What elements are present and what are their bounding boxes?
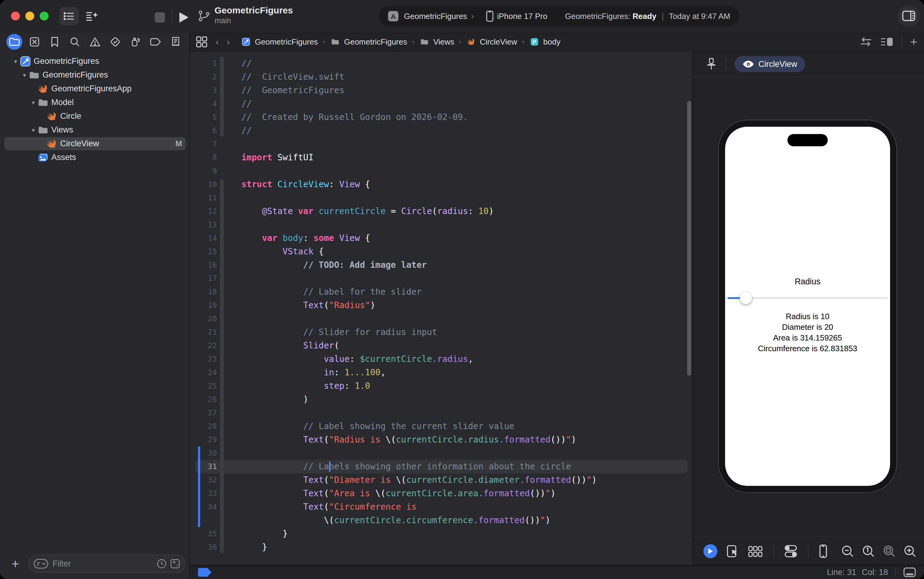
source-control-filter-icon[interactable] xyxy=(170,559,180,569)
code-fold-ribbon[interactable] xyxy=(220,339,224,352)
code-fold-ribbon[interactable] xyxy=(220,191,224,204)
code-fold-ribbon[interactable] xyxy=(220,218,224,231)
code-line-25[interactable]: 25 step: 1.0 xyxy=(190,379,692,393)
code-line-16[interactable]: 16 // TODO: Add image later xyxy=(190,258,692,272)
breadcrumb-item-circleview[interactable]: CircleView xyxy=(466,37,517,47)
code-fold-ribbon[interactable] xyxy=(220,406,224,420)
code-line-14[interactable]: 14 var body: some View { xyxy=(190,231,692,245)
adjust-editor-icon[interactable] xyxy=(860,36,872,48)
code-fold-ribbon[interactable] xyxy=(220,393,224,406)
code-fold-ribbon[interactable] xyxy=(220,179,224,191)
minimize-window-button[interactable] xyxy=(25,11,34,20)
code-line-22[interactable]: 22 Slider( xyxy=(190,339,692,352)
navigator-tab-debug[interactable] xyxy=(125,34,146,49)
code-line-36[interactable]: 36 } xyxy=(190,541,692,554)
breadcrumb-item-geometricfigures[interactable]: GeometricFigures xyxy=(241,37,318,47)
code-line-19[interactable]: 19 Text("Radius") xyxy=(190,299,692,312)
sidebar-item-assets[interactable]: Assets xyxy=(0,150,190,164)
filter-field[interactable]: Filter xyxy=(28,554,186,573)
code-fold-ribbon[interactable] xyxy=(220,312,224,325)
live-preview-button[interactable] xyxy=(703,544,718,558)
code-fold-ribbon[interactable] xyxy=(220,352,224,366)
code-line-31[interactable]: 31 // Labels showing other information a… xyxy=(190,460,692,473)
zoom-window-button[interactable] xyxy=(40,11,49,20)
code-line-17[interactable]: 17 xyxy=(190,272,692,285)
disclosure-chevron-icon[interactable]: ▾ xyxy=(30,99,37,106)
navigator-tab-project[interactable] xyxy=(4,34,25,49)
code-line-15[interactable]: 15 VStack { xyxy=(190,245,692,258)
code-fold-ribbon[interactable] xyxy=(220,473,224,487)
navigator-tab-find[interactable] xyxy=(65,34,85,49)
navigator-tab-bookmarks[interactable] xyxy=(44,34,65,49)
run-button[interactable] xyxy=(175,10,192,25)
variants-mode-icon[interactable] xyxy=(748,545,763,557)
code-line-12[interactable]: 12 @State var currentCircle = Circle(rad… xyxy=(190,204,692,218)
code-fold-ribbon[interactable] xyxy=(220,84,224,97)
navigator-tab-reports[interactable] xyxy=(165,34,186,49)
disclosure-chevron-icon[interactable]: ▾ xyxy=(21,72,28,79)
go-forward-button[interactable]: › xyxy=(227,37,230,47)
code-line-30[interactable]: 30 xyxy=(190,447,692,460)
add-file-button[interactable]: + xyxy=(11,558,19,571)
sidebar-item-views[interactable]: ▾Views xyxy=(0,123,190,137)
breadcrumb-item-views[interactable]: Views xyxy=(419,37,454,47)
code-line-2[interactable]: 2// CircleView.swift xyxy=(190,70,692,84)
navigator-tab-issues[interactable] xyxy=(85,34,105,49)
code-line-10[interactable]: 10struct CircleView: View { xyxy=(190,178,692,191)
recent-files-icon[interactable] xyxy=(156,559,167,569)
coding-assistant-button[interactable] xyxy=(83,7,102,25)
code-line-24[interactable]: 24 in: 1...100, xyxy=(190,366,692,379)
navigator-tab-tests[interactable] xyxy=(105,34,125,49)
related-items-icon[interactable] xyxy=(195,36,208,48)
editor-layout-icon[interactable] xyxy=(880,36,894,48)
sidebar-item-geometricfigures[interactable]: ▾GeometricFigures xyxy=(0,54,190,68)
code-line-3[interactable]: 3// GeometricFigures xyxy=(190,84,692,97)
disclosure-chevron-icon[interactable]: ▾ xyxy=(12,58,19,65)
code-fold-ribbon[interactable] xyxy=(220,447,224,460)
zoom-100-icon[interactable] xyxy=(862,545,875,558)
source-editor[interactable]: 1//2// CircleView.swift3// GeometricFigu… xyxy=(190,52,692,565)
code-fold-ribbon[interactable] xyxy=(220,111,224,124)
pin-preview-icon[interactable] xyxy=(705,57,718,71)
scheme-name[interactable]: GeometricFigures xyxy=(404,11,467,21)
code-fold-ribbon[interactable] xyxy=(220,245,224,258)
navigator-tab-breakpoints[interactable] xyxy=(146,34,165,49)
editor-scrollbar[interactable] xyxy=(687,101,691,376)
code-line-7[interactable]: 7 xyxy=(190,137,692,151)
code-fold-ribbon[interactable] xyxy=(220,487,224,500)
code-line-6[interactable]: 6// xyxy=(190,124,692,137)
scheme-status-pill[interactable]: A GeometricFigures › iPhone 17 Pro Geome… xyxy=(379,6,739,26)
code-line-27[interactable]: 27 xyxy=(190,406,692,420)
code-fold-ribbon[interactable] xyxy=(220,258,224,272)
iphone-preview-screen[interactable]: Radius Radius is 10Diameter is 20Area is… xyxy=(725,127,890,486)
code-line-32[interactable]: 32 Text("Diameter is \(currentCircle.dia… xyxy=(190,473,692,487)
code-line-21[interactable]: 21 // Slider for radius input xyxy=(190,325,692,339)
zoom-in-icon[interactable] xyxy=(903,545,917,558)
minimap-toggle-icon[interactable] xyxy=(903,567,916,577)
slider-thumb[interactable] xyxy=(740,292,752,304)
run-destination[interactable]: iPhone 17 Pro xyxy=(486,10,547,22)
code-fold-ribbon[interactable] xyxy=(220,514,224,527)
device-settings-icon[interactable] xyxy=(784,545,798,558)
code-line-20[interactable]: 20 xyxy=(190,312,692,325)
code-line-wrap[interactable]: \(currentCircle.circumference.formatted(… xyxy=(190,514,692,527)
toggle-navigator-button[interactable] xyxy=(59,7,79,25)
code-line-4[interactable]: 4// xyxy=(190,97,692,111)
code-line-34[interactable]: 34 Text("Circumference is xyxy=(190,500,692,514)
breakpoints-toggle[interactable] xyxy=(198,568,212,577)
code-line-1[interactable]: 1// xyxy=(190,57,692,70)
code-fold-ribbon[interactable] xyxy=(220,379,224,393)
code-fold-ribbon[interactable] xyxy=(220,57,224,70)
code-fold-ribbon[interactable] xyxy=(220,420,224,433)
toggle-inspector-button[interactable] xyxy=(898,5,920,27)
code-fold-ribbon[interactable] xyxy=(220,460,224,473)
code-line-11[interactable]: 11 xyxy=(190,191,692,204)
code-fold-ribbon[interactable] xyxy=(220,366,224,379)
sidebar-item-geometricfiguresapp[interactable]: GeometricFiguresApp xyxy=(0,82,190,96)
stop-button[interactable] xyxy=(152,11,167,24)
go-back-button[interactable]: ‹ xyxy=(216,37,219,47)
code-line-13[interactable]: 13 xyxy=(190,218,692,231)
code-fold-ribbon[interactable] xyxy=(220,204,224,218)
code-fold-ribbon[interactable] xyxy=(220,272,224,285)
close-window-button[interactable] xyxy=(11,11,20,20)
